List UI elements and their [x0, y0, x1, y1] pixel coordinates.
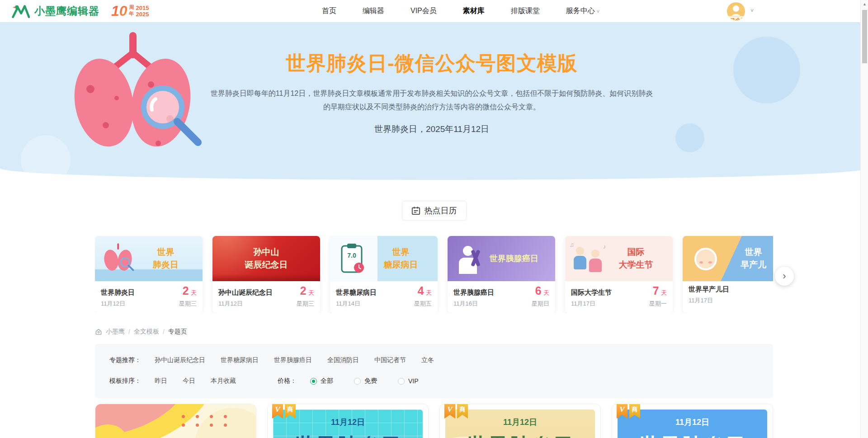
svg-text:7.0: 7.0 — [347, 252, 356, 259]
nav-item-vip[interactable]: VIP会员 — [410, 6, 437, 16]
template-card-tan-clouds[interactable]: V 商 11月12日 世界肺炎日 — [439, 404, 601, 438]
chevron-down-icon: ˅ — [597, 9, 599, 14]
festival-card-students[interactable]: ♪ ♫ 国际 大学生节 国际大学生节 7 天 11月17日 星期一 — [565, 236, 673, 313]
topic-link[interactable]: 世界糖尿病日 — [221, 356, 259, 364]
festival-banner: ♪ ♫ 国际 大学生节 — [565, 236, 673, 281]
scrollbar-thumb[interactable] — [862, 10, 867, 63]
nav-item-home[interactable]: 首页 — [322, 6, 336, 16]
radio-icon — [398, 378, 405, 385]
festival-weekday: 星期五 — [414, 300, 432, 308]
sort-option-month-favorites[interactable]: 本月收藏 — [211, 377, 236, 385]
topic-link[interactable]: 世界胰腺癌日 — [274, 356, 312, 364]
nav-item-material-library[interactable]: 素材库 — [463, 6, 485, 16]
sort-option-today[interactable]: 今日 — [183, 377, 195, 385]
price-filter-group: 价格： 全部 免费 VIP — [278, 377, 439, 385]
decor-circle — [733, 37, 800, 104]
breadcrumb-separator: / — [128, 328, 130, 335]
topic-label: 专题推荐： — [109, 356, 141, 364]
banner-text: 肺炎日 — [136, 259, 195, 271]
logo[interactable]: 小墨鹰编辑器 10 周 2015 年 2025 — [12, 3, 149, 19]
hero-description: 世界肺炎日即每年的11月12日，世界肺炎日文章模板通常用于发布肺炎相关知识的公众… — [194, 87, 669, 113]
price-radio-vip[interactable]: VIP — [398, 377, 419, 385]
festival-banner: 孙中山 诞辰纪念日 — [212, 236, 320, 281]
festival-card-pneumonia[interactable]: 世界 肺炎日 世界肺炎日 2 天 11月12日 星期三 — [95, 236, 203, 313]
banner-text: 国际 — [606, 246, 665, 259]
sort-option-yesterday[interactable]: 昨日 — [155, 377, 167, 385]
carousel-next-button[interactable]: › — [775, 267, 794, 286]
nav-item-editor[interactable]: 编辑器 — [363, 6, 384, 16]
banner-text: 诞辰纪念日 — [223, 259, 309, 271]
commercial-ribbon-badge: 商 — [285, 404, 296, 419]
page-title: 世界肺炎日-微信公众号图文模版 — [194, 50, 669, 77]
sort-label: 模板排序： — [109, 377, 141, 385]
topic-link[interactable]: 孙中山诞辰纪念日 — [155, 356, 205, 364]
template-card-blue[interactable]: V 商 11月12日 世界肺炎日 — [612, 404, 773, 438]
festival-date: 11月17日 — [571, 300, 595, 308]
festival-card-pancreatic[interactable]: 世界胰腺癌日 世界胰腺癌日 6 天 11月16日 星期日 — [448, 236, 555, 313]
nav-item-layout-class[interactable]: 排版课堂 — [511, 6, 540, 16]
hero-description-line2: 的早期症状以及不同类型肺炎的治疗方法等内容的微信公众号文章。 — [194, 100, 669, 114]
commercial-ribbon-badge: 商 — [457, 404, 468, 419]
nav-item-service-center[interactable]: 服务中心˅ — [566, 6, 599, 16]
festival-days: 7 天 — [653, 285, 667, 297]
festival-title: 世界肺炎日 — [101, 288, 135, 297]
breadcrumb-current: 专题页 — [168, 328, 187, 336]
vip-ribbon-badge: V — [617, 404, 627, 419]
banner-text: 孙中山 — [223, 246, 309, 259]
festival-card-diabetes[interactable]: 7.0 世界 糖尿病日 世界糖尿病日 4 天 11月14日 — [330, 236, 438, 313]
topic-filter-row: 专题推荐： 孙中山诞辰纪念日 世界糖尿病日 世界胰腺癌日 全国消防日 中国记者节… — [109, 356, 759, 364]
scrollbar-up-arrow[interactable]: ▲ — [861, 0, 868, 8]
template-grid: V 商 11月12日 世界肺炎日 V 商 11月12日 世界肺炎日 — [95, 404, 773, 438]
festival-title: 世界胰腺癌日 — [453, 288, 494, 297]
template-title: 世界肺炎日 — [273, 432, 423, 438]
topic-link[interactable]: 中国记者节 — [374, 356, 406, 364]
breadcrumb-templates[interactable]: 全文模板 — [134, 328, 159, 336]
festival-card-preterm[interactable]: 世界 早产儿 世界早产儿日 11月17日 — [683, 236, 773, 313]
top-navbar: 小墨鹰编辑器 10 周 2015 年 2025 首页 编辑器 VIP会员 素材库… — [0, 0, 868, 22]
price-radio-free[interactable]: 免费 — [354, 377, 377, 385]
topic-link[interactable]: 立冬 — [421, 356, 434, 364]
hero-date: 世界肺炎日，2025年11月12日 — [194, 123, 669, 135]
user-area: V2金牌 ˅ — [727, 2, 754, 20]
template-card-cyan-grid[interactable]: V 商 11月12日 世界肺炎日 — [267, 404, 429, 438]
price-radio-all[interactable]: 全部 — [310, 377, 333, 385]
user-level-badge: V2金牌 — [727, 16, 745, 20]
anniversary-year-bottom: 2025 — [136, 11, 149, 18]
festival-date: 11月12日 — [101, 300, 125, 308]
baby-figure — [694, 248, 717, 270]
calendar-icon — [411, 206, 420, 215]
vip-ribbon-badge: V — [272, 404, 283, 419]
festival-date: 11月12日 — [218, 300, 243, 308]
banner-text: 糖尿病日 — [371, 259, 430, 271]
hot-calendar-button[interactable]: 热点日历 — [402, 201, 467, 221]
festival-days: 2 天 — [183, 285, 197, 297]
banner-text: 世界 — [371, 246, 430, 259]
scrollbar: ▲ — [860, 0, 868, 438]
festival-banner: 世界 肺炎日 — [95, 236, 203, 281]
festival-card-sunyatsen[interactable]: 孙中山 诞辰纪念日 孙中山诞辰纪念日 2 天 11月12日 星期三 — [212, 236, 320, 313]
decor-circle — [675, 123, 704, 152]
breadcrumb-separator: / — [163, 328, 165, 335]
main-nav: 首页 编辑器 VIP会员 素材库 排版课堂 服务中心˅ — [322, 0, 599, 22]
avatar-person-icon — [733, 5, 739, 12]
student-figure — [589, 250, 602, 273]
commercial-ribbon-badge: 商 — [629, 404, 640, 419]
anniversary-number: 10 — [111, 3, 127, 19]
next-arrow-icon: › — [783, 270, 786, 282]
radio-checked-icon — [310, 378, 317, 385]
topic-link[interactable]: 全国消防日 — [327, 356, 359, 364]
student-figure — [573, 247, 587, 270]
music-note-icon: ♪ — [603, 243, 606, 250]
festival-weekday: 星期日 — [532, 300, 549, 308]
breadcrumb-home[interactable]: 小墨鹰 — [106, 328, 125, 336]
template-card-abstract[interactable] — [95, 404, 256, 438]
hot-calendar-label: 热点日历 — [425, 205, 457, 216]
festival-carousel: 世界 肺炎日 世界肺炎日 2 天 11月12日 星期三 — [0, 236, 868, 313]
festival-date: 11月14日 — [336, 300, 360, 308]
hero-banner: 世界肺炎日-微信公众号图文模版 世界肺炎日即每年的11月12日，世界肺炎日文章模… — [0, 22, 868, 180]
user-chevron-down-icon[interactable]: ˅ — [750, 8, 754, 14]
avatar[interactable]: V2金牌 — [727, 2, 745, 20]
music-note-icon: ♫ — [570, 241, 574, 248]
banner-text: 世界 — [136, 246, 195, 259]
anniversary-badge: 10 周 2015 年 2025 — [111, 3, 149, 19]
